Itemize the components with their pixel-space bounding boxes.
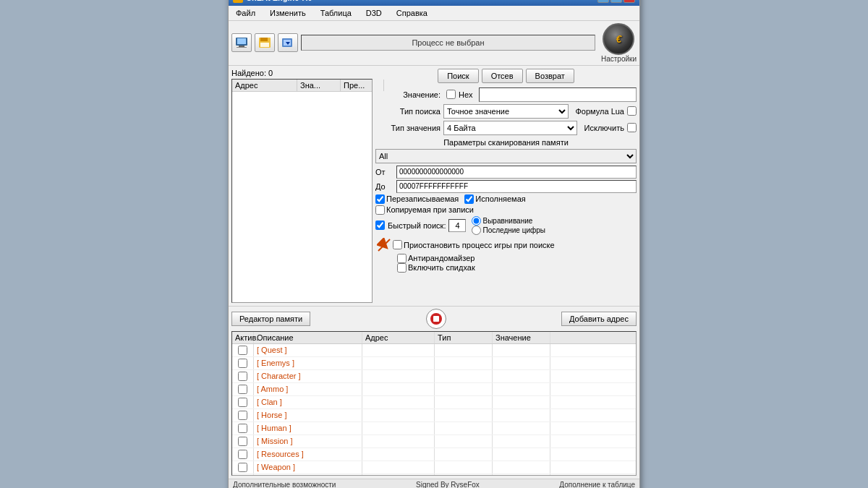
last-digits-radio-item: Последние цифры (472, 226, 545, 235)
row-checkbox[interactable] (238, 450, 247, 459)
row-checkbox[interactable] (238, 398, 247, 407)
minimize-button[interactable]: — (597, 0, 609, 3)
return-button[interactable]: Возврат (526, 69, 574, 83)
menu-file[interactable]: Файл (231, 7, 260, 19)
row-checkbox[interactable] (238, 424, 247, 433)
row-checkbox[interactable] (238, 359, 247, 368)
value-label: Значение: (375, 90, 441, 99)
to-row: До (375, 180, 637, 193)
arrow-area: Приостановить процесс игры при поиске (375, 236, 637, 254)
align-radio[interactable] (472, 216, 481, 226)
open-process-button[interactable] (231, 33, 252, 52)
speedhack-checkbox[interactable] (397, 263, 407, 273)
row-address (362, 396, 435, 408)
row-value (493, 370, 550, 382)
table-row[interactable]: [ Resources ] (232, 448, 636, 461)
search-controls: Поиск Отсев Возврат (375, 69, 637, 83)
table-row[interactable]: [ Clan ] (232, 396, 636, 409)
to-label: До (375, 182, 393, 191)
row-value (493, 448, 550, 461)
value-type-select[interactable]: 4 Байта (443, 121, 577, 135)
row-description: [ Character ] (254, 370, 362, 382)
fast-search-value-input[interactable] (448, 219, 466, 232)
table-row[interactable]: [ Ammo ] (232, 383, 636, 396)
window-controls: — □ ✕ (597, 0, 635, 3)
row-value (493, 344, 550, 356)
antirandom-checkbox[interactable] (397, 254, 407, 263)
maximize-button[interactable]: □ (610, 0, 622, 3)
hex-label: Hex (459, 90, 473, 99)
scan-type-select[interactable]: Точное значение (443, 104, 569, 119)
table-row[interactable]: [ Horse ] (232, 409, 636, 422)
row-checkbox[interactable] (238, 437, 247, 446)
main-window: CE ChEAt Engine 7.0 — □ ✕ Файл Изменить … (228, 0, 640, 488)
from-label: От (375, 168, 393, 176)
row-address (362, 461, 435, 474)
col-value: Зна... (297, 80, 341, 91)
row-description: [ Resources ] (254, 448, 362, 461)
add-address-button[interactable]: Добавить адрес (561, 312, 637, 326)
exclude-checkbox[interactable] (627, 123, 637, 132)
address-table[interactable]: Актив. Описание Адрес Тип Значение [ Que… (231, 331, 637, 476)
save-button[interactable] (255, 33, 275, 52)
menu-edit[interactable]: Изменить (265, 7, 310, 19)
menu-help[interactable]: Справка (392, 7, 432, 19)
table-row[interactable]: [ Weapon ] (232, 461, 636, 474)
row-value (493, 396, 550, 408)
memory-range-select[interactable]: All (375, 149, 637, 163)
table-row[interactable]: [ Mission ] (232, 435, 636, 448)
stop-button[interactable] (426, 309, 446, 329)
copy-on-write-checkbox[interactable] (375, 205, 385, 215)
lua-formula-checkbox[interactable] (627, 106, 637, 116)
value-row: Значение: Hex (375, 87, 637, 102)
antirandom-label: Антирандомайзер (408, 254, 475, 262)
results-body[interactable] (232, 92, 372, 294)
row-checkbox-cell (232, 357, 254, 369)
row-checkbox[interactable] (238, 372, 247, 381)
status-left: Дополнительные возможности (233, 481, 336, 489)
app-icon: CE (233, 0, 243, 3)
process-name-bar[interactable]: Процесс не выбран (301, 35, 595, 51)
close-button[interactable]: ✕ (624, 0, 635, 3)
row-checkbox[interactable] (238, 385, 247, 394)
svg-rect-6 (260, 43, 269, 47)
fast-search-checkbox[interactable] (375, 221, 385, 230)
load-button[interactable] (278, 33, 298, 52)
writable-checkbox[interactable] (375, 194, 385, 204)
row-checkbox[interactable] (238, 463, 247, 472)
svg-rect-5 (260, 38, 268, 41)
search-button[interactable]: Поиск (438, 69, 478, 83)
executable-checkbox[interactable] (464, 194, 474, 204)
col-active: Актив. (232, 332, 254, 343)
row-checkbox-cell (232, 474, 254, 476)
table-row[interactable]: [ Enemys ] (232, 357, 636, 370)
memory-editor-button[interactable]: Редактор памяти (231, 312, 310, 326)
filter-button[interactable]: Отсев (482, 69, 523, 83)
row-address (362, 357, 435, 369)
menu-d3d[interactable]: D3D (362, 7, 386, 19)
suspend-checkbox[interactable] (393, 240, 402, 249)
row-checkbox[interactable] (238, 411, 247, 420)
executable-label: Исполняемая (475, 194, 525, 203)
settings-label[interactable]: Настройки (601, 55, 637, 63)
to-input[interactable] (396, 180, 637, 193)
last-digits-radio[interactable] (472, 226, 481, 235)
table-row[interactable]: [ Smith ] (232, 474, 636, 476)
row-checkbox-cell (232, 396, 254, 408)
row-description: [ Smith ] (254, 474, 362, 476)
titlebar-left: CE ChEAt Engine 7.0 (233, 0, 312, 3)
menu-table[interactable]: Таблица (316, 7, 356, 19)
row-description: [ Weapon ] (254, 461, 362, 474)
table-row[interactable]: [ Human ] (232, 422, 636, 435)
from-input[interactable] (396, 166, 637, 179)
memory-params-title: Параметры сканирования памяти (375, 138, 637, 147)
table-row[interactable]: [ Quest ] (232, 344, 636, 357)
value-input[interactable] (479, 87, 637, 102)
hex-checkbox[interactable] (446, 90, 456, 99)
col-value: Значение (493, 332, 550, 343)
logo-area: € Настройки (601, 23, 637, 63)
svg-rect-2 (239, 46, 244, 47)
table-row[interactable]: [ Character ] (232, 370, 636, 383)
row-address (362, 448, 435, 461)
row-checkbox[interactable] (238, 346, 247, 355)
